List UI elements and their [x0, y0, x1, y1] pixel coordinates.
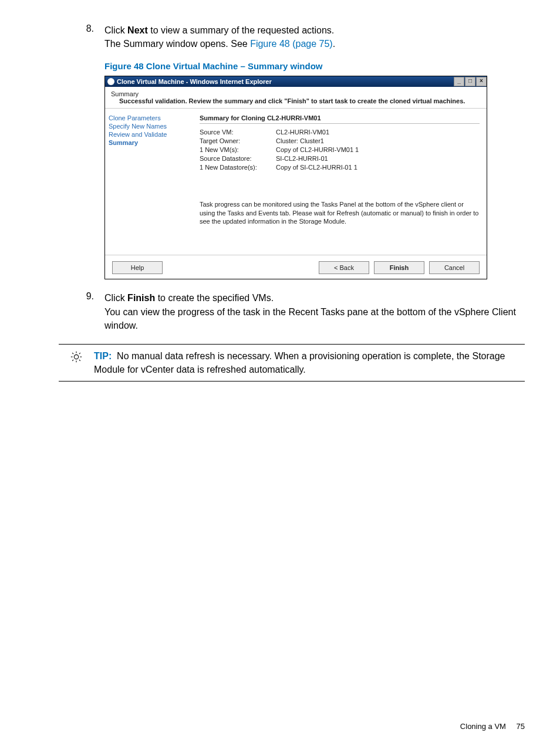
page-footer: Cloning a VM 75	[460, 722, 525, 731]
figure-48-link[interactable]: Figure 48 (page 75)	[250, 39, 333, 49]
step-8-number: 8.	[59, 23, 104, 50]
step-8-text-post: to view a summary of the requested actio…	[148, 25, 334, 35]
window-titlebar: Clone Virtual Machine - Windows Internet…	[105, 76, 487, 87]
kv-key: 1 New VM(s):	[200, 146, 276, 153]
kv-val: CL2-HURRI-VM01	[276, 129, 480, 136]
dialog-header-divider	[105, 108, 487, 109]
step-9-bold-finish: Finish	[127, 293, 155, 303]
kv-val: Copy of SI-CL2-HURRI-01 1	[276, 164, 480, 171]
svg-line-7	[72, 360, 73, 361]
svg-line-5	[72, 353, 73, 354]
step-9-number: 9.	[59, 291, 104, 332]
nav-summary[interactable]: Summary	[109, 139, 194, 146]
help-button[interactable]: Help	[112, 261, 163, 274]
step-9: 9. Click Finish to create the specified …	[59, 291, 525, 332]
step-8-bold-next: Next	[127, 25, 148, 35]
kv-val: SI-CL2-HURRI-01	[276, 155, 480, 162]
kv-key: 1 New Datastore(s):	[200, 164, 276, 171]
step-8-body: Click Next to view a summary of the requ…	[104, 23, 525, 50]
step-8-text-pre: Click	[104, 25, 127, 35]
dialog-footer-divider	[105, 255, 487, 255]
tip-body-text: No manual data refresh is necessary. Whe…	[94, 351, 505, 374]
minimize-button[interactable]: _	[454, 77, 464, 86]
dialog-window: Clone Virtual Machine - Windows Internet…	[104, 76, 487, 279]
step-8: 8. Click Next to view a summary of the r…	[59, 23, 525, 50]
footer-section: Cloning a VM	[460, 722, 506, 731]
close-button[interactable]: ×	[476, 77, 487, 86]
svg-point-0	[74, 355, 78, 359]
kv-key: Source VM:	[200, 129, 276, 136]
window-system-buttons: _ □ ×	[453, 77, 487, 86]
step-9-body: Click Finish to create the specified VMs…	[104, 291, 525, 332]
task-progress-note: Task progress can be monitored using the…	[200, 200, 480, 225]
kv-row-target-owner: Target Owner: Cluster: Cluster1	[200, 137, 480, 144]
back-button[interactable]: < Back	[319, 261, 369, 274]
tip-box: TIP: No manual data refresh is necessary…	[59, 344, 525, 382]
window-title: Clone Virtual Machine - Windows Internet…	[117, 78, 272, 85]
step-9-line2: You can view the progress of the task in…	[104, 307, 516, 330]
kv-row-new-datastores: 1 New Datastore(s): Copy of SI-CL2-HURRI…	[200, 164, 480, 171]
dialog-footer: Help < Back Finish Cancel	[105, 256, 487, 279]
maximize-button[interactable]: □	[465, 77, 475, 86]
wizard-nav: Clone Parameters Specify New Names Revie…	[105, 110, 197, 254]
kv-key: Target Owner:	[200, 137, 276, 144]
step-8-line2-post: .	[333, 39, 335, 49]
footer-page-number: 75	[517, 722, 525, 731]
tip-text: TIP: No manual data refresh is necessary…	[94, 349, 525, 376]
step-9-text-post: to create the specified VMs.	[155, 293, 274, 303]
dialog-header-subtitle: Successful validation. Review the summar…	[111, 97, 481, 104]
kv-val: Cluster: Cluster1	[276, 137, 480, 144]
nav-clone-parameters[interactable]: Clone Parameters	[109, 114, 194, 121]
lightbulb-icon	[70, 350, 83, 363]
summary-heading: Summary for Cloning CL2-HURRI-VM01	[200, 114, 480, 124]
cancel-button[interactable]: Cancel	[429, 261, 480, 274]
wizard-main: Summary for Cloning CL2-HURRI-VM01 Sourc…	[197, 110, 487, 254]
svg-line-6	[79, 360, 80, 361]
kv-row-new-vms: 1 New VM(s): Copy of CL2-HURRI-VM01 1	[200, 146, 480, 153]
dialog-header-title: Summary	[111, 90, 481, 97]
nav-review-validate[interactable]: Review and Validate	[109, 131, 194, 138]
nav-specify-new-names[interactable]: Specify New Names	[109, 123, 194, 130]
finish-button[interactable]: Finish	[374, 261, 424, 274]
tip-label: TIP:	[94, 351, 112, 361]
step-9-text-pre: Click	[104, 293, 127, 303]
svg-line-8	[79, 353, 80, 354]
page-content: 8. Click Next to view a summary of the r…	[59, 23, 525, 723]
dialog-header: Summary Successful validation. Review th…	[105, 87, 487, 107]
kv-row-source-vm: Source VM: CL2-HURRI-VM01	[200, 129, 480, 136]
kv-val: Copy of CL2-HURRI-VM01 1	[276, 146, 480, 153]
tip-icon	[59, 349, 94, 376]
step-8-line2-pre: The Summary window opens. See	[104, 39, 250, 49]
ie-icon	[107, 78, 114, 85]
figure-caption: Figure 48 Clone Virtual Machine – Summar…	[104, 61, 525, 71]
kv-row-source-datastore: Source Datastore: SI-CL2-HURRI-01	[200, 155, 480, 162]
kv-key: Source Datastore:	[200, 155, 276, 162]
